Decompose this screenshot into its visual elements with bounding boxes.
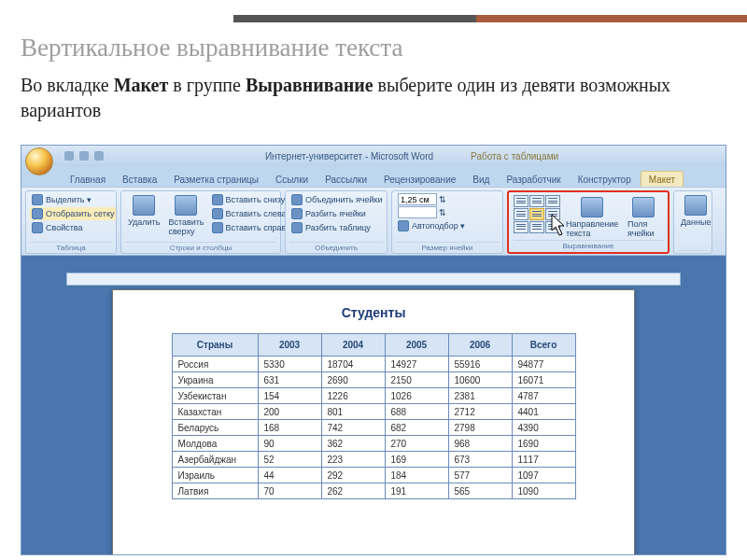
- table-row[interactable]: Азербайджан522231696731117: [172, 452, 575, 468]
- align-bottom-center[interactable]: [529, 221, 544, 233]
- tab-references[interactable]: Ссылки: [268, 172, 316, 187]
- tab-home[interactable]: Главная: [63, 172, 113, 187]
- tab-design[interactable]: Конструктор: [571, 172, 639, 187]
- table-row[interactable]: Молдова903622709681690: [172, 436, 575, 452]
- tab-review[interactable]: Рецензирование: [376, 172, 463, 187]
- align-top-center[interactable]: [529, 195, 544, 207]
- select-button[interactable]: Выделить ▾: [30, 193, 116, 206]
- table-header-row: Страны2003200420052006Всего: [172, 334, 575, 357]
- insert-above-button[interactable]: Вставить сверху: [165, 193, 206, 238]
- split-cells-button[interactable]: Разбить ячейки: [289, 207, 384, 220]
- delete-button[interactable]: Удалить: [125, 193, 162, 229]
- data-button[interactable]: Данные: [678, 193, 714, 229]
- group-rowscols-label: Строки и столбцы: [125, 242, 276, 253]
- properties-button[interactable]: Свойства: [30, 221, 116, 234]
- titlebar: Интернет-университет - Microsoft WordРаб…: [21, 146, 726, 166]
- table-row[interactable]: Латвия702621915651090: [172, 483, 575, 499]
- table-row[interactable]: Украина631269021501060016071: [172, 372, 575, 388]
- group-alignment-label: Выравнивание: [514, 240, 663, 251]
- insert-right-button[interactable]: Вставить справа: [210, 221, 293, 234]
- insert-left-button[interactable]: Вставить слева: [210, 207, 293, 220]
- students-table[interactable]: Страны2003200420052006Всего Россия533018…: [172, 333, 576, 499]
- align-top-left[interactable]: [514, 195, 529, 207]
- table-row[interactable]: Узбекистан1541226102623814787: [172, 388, 575, 404]
- merge-cells-button[interactable]: Объединить ячейки: [289, 193, 384, 206]
- document-heading: Студенты: [139, 305, 608, 320]
- office-button[interactable]: [25, 147, 53, 175]
- text-direction-button[interactable]: Направление текста: [563, 195, 622, 240]
- page: Студенты Страны2003200420052006Всего Рос…: [112, 289, 635, 554]
- row-height-input[interactable]: ⇅: [396, 193, 467, 205]
- split-table-button[interactable]: Разбить таблицу: [289, 221, 384, 234]
- slide-divider: [233, 15, 747, 22]
- tab-developer[interactable]: Разработчик: [499, 172, 568, 187]
- tab-insert[interactable]: Вставка: [115, 172, 164, 187]
- tab-view[interactable]: Вид: [465, 172, 497, 187]
- word-window: Интернет-университет - Microsoft WordРаб…: [21, 145, 726, 555]
- group-cellsize-label: Размер ячейки: [396, 242, 499, 253]
- tab-pagelayout[interactable]: Разметка страницы: [166, 172, 266, 187]
- align-top-right[interactable]: [545, 195, 560, 207]
- quick-access-toolbar[interactable]: [64, 151, 104, 161]
- cell-margins-button[interactable]: Поля ячейки: [625, 195, 663, 240]
- table-row[interactable]: Казахстан20080168827124401: [172, 404, 575, 420]
- table-row[interactable]: Россия533018704149275591694877: [172, 357, 575, 372]
- group-data-label: [678, 250, 708, 253]
- group-table-label: Таблица: [30, 242, 112, 253]
- slide-body: Во вкладке Макет в группе Выравнивание в…: [21, 73, 747, 123]
- window-title: Интернет-университет - Microsoft Word: [265, 151, 433, 161]
- ribbon-tabs: Главная Вставка Разметка страницы Ссылки…: [63, 166, 726, 187]
- table-row[interactable]: Беларусь16874268227984390: [172, 420, 575, 436]
- group-merge-label: Объединить: [289, 242, 383, 253]
- autofit-button[interactable]: Автоподбор ▾: [396, 219, 467, 232]
- context-tab-title: Работа с таблицами: [471, 151, 558, 161]
- align-bottom-left[interactable]: [514, 221, 529, 233]
- tab-mailings[interactable]: Рассылки: [317, 172, 374, 187]
- slide-title: Вертикальное выравнивание текста: [21, 34, 402, 63]
- align-middle-left[interactable]: [514, 208, 529, 220]
- align-bottom-right[interactable]: [545, 221, 560, 233]
- table-row[interactable]: Израиль442921845771097: [172, 468, 575, 483]
- horizontal-ruler[interactable]: [66, 273, 681, 286]
- tab-layout[interactable]: Макет: [641, 171, 684, 187]
- document-area: Студенты Страны2003200420052006Всего Рос…: [21, 256, 726, 554]
- view-gridlines-button[interactable]: Отобразить сетку: [30, 207, 116, 220]
- align-middle-right[interactable]: [545, 208, 560, 220]
- insert-below-button[interactable]: Вставить снизу: [210, 193, 293, 206]
- alignment-group-highlighted: Направление текста Поля ячейки Выравнива…: [507, 190, 669, 254]
- alignment-grid: [514, 195, 560, 233]
- col-width-input[interactable]: ⇅: [396, 206, 467, 218]
- align-middle-center[interactable]: [529, 208, 544, 220]
